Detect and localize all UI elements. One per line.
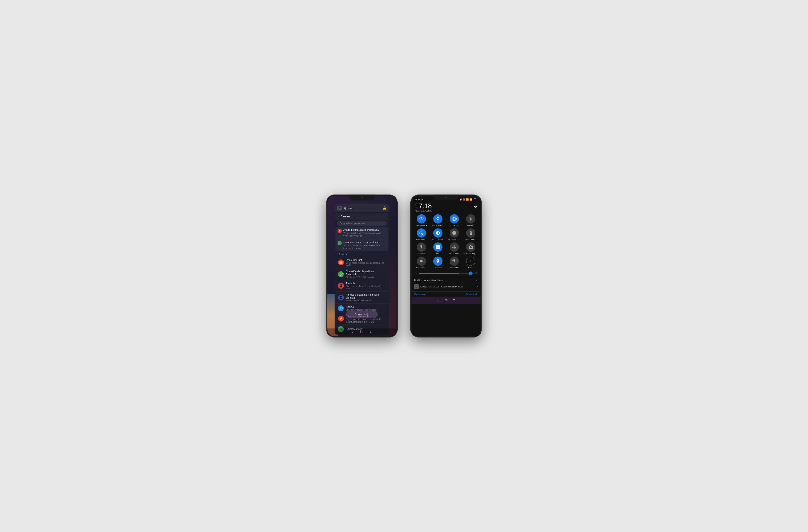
- brightness-min-icon: ☀: [415, 272, 417, 275]
- brightness-track: [419, 273, 473, 274]
- lock-icon: 🔓: [383, 206, 387, 210]
- notification-close-icon[interactable]: ✕: [476, 279, 478, 282]
- settings-search[interactable]: Búsqueda en los ajustes: [337, 221, 387, 226]
- signal-icon: 📶: [470, 198, 472, 201]
- nightlight-icon: ☀: [337, 241, 342, 245]
- back-button-2[interactable]: ‹: [437, 298, 439, 303]
- vibration-icon: [449, 214, 459, 224]
- tile-edit[interactable]: + Editar: [463, 256, 478, 269]
- front-camera-2: [445, 196, 447, 198]
- flashlight-label: Linterna: [418, 252, 425, 255]
- phone1-screen: ⚙ Ajustes 🔓 ‹ Ajustes Búsqueda en los aj…: [327, 196, 397, 336]
- tile-bluetooth[interactable]: Bluetooth ▾: [463, 214, 478, 227]
- tile-vibration[interactable]: Vibración: [447, 214, 462, 227]
- suggestion-nightlight-text: Configurar horario de luz nocturna Aplic…: [343, 241, 386, 249]
- home-button-1[interactable]: ◻: [360, 330, 363, 335]
- tile-mobile-data[interactable]: Datos móvil...: [430, 214, 445, 227]
- bluetooth-label: Bluetooth ▾: [466, 224, 476, 227]
- tile-airplane[interactable]: Modo vuelo: [447, 243, 462, 255]
- alarm-icon: ⏰: [459, 198, 462, 201]
- phone2-screen: Movistar ⏰ 🔕 📶 📶 66 17:18 mié., 15/04/20…: [411, 196, 481, 336]
- suggestion-emergency[interactable]: ! Añadir información de emergencia Permi…: [335, 227, 388, 239]
- network-text: Red e Internet Wi-Fi, redes móviles, uso…: [346, 259, 386, 266]
- location-icon: [433, 256, 442, 266]
- screenshot-icon: [466, 243, 475, 252]
- mobile-data-label: Datos móvil...: [432, 224, 444, 227]
- phone-notch-2: [434, 194, 459, 201]
- date-display: mié., 15/04/2020: [415, 210, 432, 212]
- vibration-label: Vibración: [450, 224, 458, 227]
- front-camera-1: [361, 196, 363, 198]
- tile-screenshot[interactable]: Captura de p...: [463, 243, 478, 255]
- quick-settings-grid: MOVISTAR ▾ Datos móvil... Vibración: [411, 213, 481, 270]
- wallpaper-icon: 🖼: [338, 294, 344, 301]
- notification-item[interactable]: ☁ Google • 14° en Las Rozas de Madrid • …: [414, 283, 478, 290]
- notification-section: Notificaciones silenciosas ✕ ☁ Google • …: [411, 277, 481, 291]
- wallpaper-text: Fondos de pantalla y pantalla principal …: [346, 293, 386, 302]
- phone-notch-1: [349, 194, 374, 201]
- bluetooth-tile-icon: [466, 214, 475, 224]
- brightness-max-icon: ☀: [474, 271, 477, 275]
- notification-item-text: Google • 14° en Las Rozas de Madrid • ah…: [420, 286, 475, 288]
- app-card-title: Ajustes: [343, 207, 352, 210]
- show-more[interactable]: +1 más ▾: [335, 251, 388, 257]
- settings-gear-icon[interactable]: ⚙: [474, 204, 477, 209]
- borrar-todo-button-2[interactable]: Borrar todo: [465, 293, 478, 296]
- edit-label: Editar: [468, 267, 473, 269]
- suggestion-nightlight[interactable]: ☀ Configurar horario de luz nocturna Apl…: [335, 239, 388, 251]
- settings-item-display[interactable]: 📱 Pantalla Modo oscuro, barra de estado,…: [335, 280, 388, 291]
- wifi-icon: 📶: [466, 198, 469, 201]
- settings-item-network[interactable]: 📶 Red e Internet Wi-Fi, redes móviles, u…: [335, 257, 388, 268]
- mobile-data-icon: [433, 214, 442, 224]
- menu-button-1[interactable]: ≡: [369, 330, 371, 335]
- search-placeholder: Búsqueda en los ajustes: [339, 222, 365, 225]
- header-icons: ⚙: [474, 202, 477, 209]
- back-button-1[interactable]: ‹: [352, 330, 353, 335]
- brightness-thumb[interactable]: [469, 271, 473, 275]
- edit-icon: +: [466, 256, 475, 266]
- chevron-down-icon: ▾: [346, 253, 347, 255]
- dnd-tile-icon: [449, 228, 459, 238]
- gestionar-button[interactable]: Gestionar: [414, 293, 425, 296]
- qs-header: 17:18 mié., 15/04/2020 ⚙: [411, 202, 481, 213]
- screenshot-label: Captura de p...: [464, 252, 477, 255]
- location-label: Ubicación: [434, 267, 442, 269]
- nav-bar-2: ‹ ◻ ≡: [411, 297, 481, 304]
- tile-recording[interactable]: Grabación...: [414, 256, 429, 269]
- bluetooth-text: Conexión de dispositivo y Bluetooth Blue…: [346, 270, 386, 279]
- brightness-slider[interactable]: ☀ ☀: [411, 270, 481, 277]
- airplane-label: Modo vuelo: [449, 252, 459, 255]
- network-icon: 📶: [338, 260, 344, 265]
- settings-app-icon: ⚙: [337, 206, 342, 210]
- expand-icon[interactable]: ∨: [476, 285, 478, 288]
- tile-nfc[interactable]: NFC: [430, 243, 445, 255]
- display-text: Pantalla Modo oscuro, barra de estado, t…: [346, 282, 386, 290]
- settings-header: ‹ Ajustes: [335, 213, 388, 220]
- borrar-todo-button[interactable]: Borrar todo: [346, 310, 378, 318]
- tile-dark-mode[interactable]: Modo oscuro: [430, 228, 445, 241]
- notification-item-icon: ☁: [414, 284, 419, 289]
- notification-title: Notificaciones silenciosas: [414, 279, 443, 282]
- tile-rotation[interactable]: Rotación a...: [414, 228, 429, 241]
- tile-hotspot[interactable]: Zona Wi-Fi: [447, 256, 462, 269]
- tile-wifi[interactable]: MOVISTAR ▾: [414, 214, 429, 227]
- settings-item-wallpaper[interactable]: 🖼 Fondos de pantalla y pantalla principa…: [335, 291, 388, 303]
- tile-battery-saver[interactable]: Ahorro de ba...: [463, 228, 478, 241]
- menu-button-2[interactable]: ≡: [453, 298, 455, 303]
- home-button-2[interactable]: ◻: [444, 298, 447, 303]
- nav-bar-1: ‹ ◻ ≡: [327, 328, 397, 336]
- bottom-info: Borrar todo 0,92 GB disponible | 3,00 GB: [327, 310, 397, 324]
- display-icon: 📱: [338, 283, 344, 289]
- dark-mode-icon: [433, 228, 442, 238]
- notification-header: Notificaciones silenciosas ✕: [414, 279, 478, 282]
- suggestion-emergency-text: Añadir información de emergencia Permiti…: [343, 228, 386, 237]
- tile-flashlight[interactable]: Linterna: [414, 243, 429, 255]
- back-icon[interactable]: ‹: [338, 215, 339, 218]
- dnd-icon: 🔕: [463, 198, 465, 201]
- airplane-icon: [449, 243, 459, 252]
- qs-footer: Gestionar Borrar todo: [411, 291, 481, 297]
- battery-saver-label: Ahorro de ba...: [464, 239, 477, 241]
- tile-location[interactable]: Ubicación: [430, 256, 445, 269]
- tile-dnd[interactable]: No molesta... ▾: [447, 228, 462, 241]
- settings-item-bluetooth[interactable]: 🔗 Conexión de dispositivo y Bluetooth Bl…: [335, 268, 388, 280]
